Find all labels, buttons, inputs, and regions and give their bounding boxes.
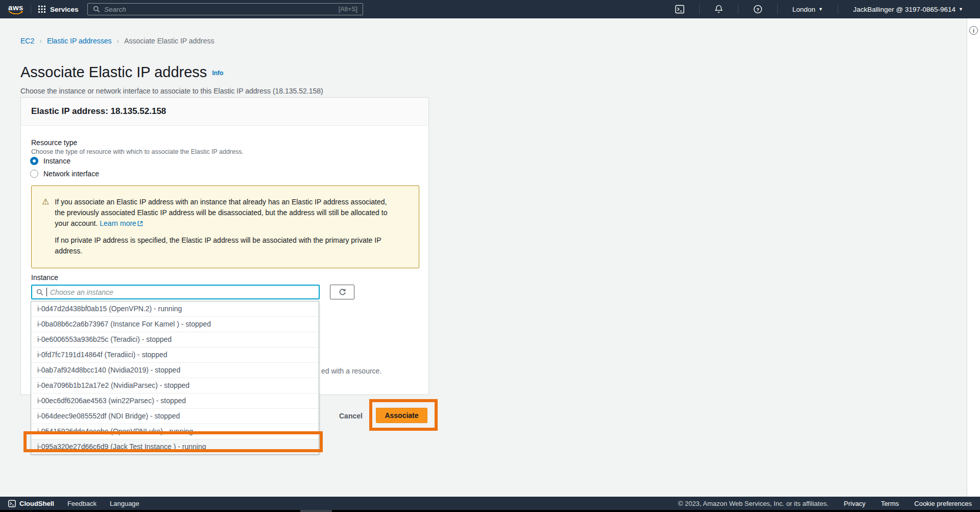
learn-more-link[interactable]: Learn more: [100, 219, 136, 227]
info-link[interactable]: Info: [212, 69, 223, 77]
breadcrumb-link-ec2[interactable]: EC2: [20, 37, 34, 45]
instance-label: Instance: [31, 273, 58, 282]
instance-option[interactable]: i-0d47d2d438bf0ab15 (OpenVPN.2) - runnin…: [31, 301, 319, 316]
page-title: Associate Elastic IP addressInfo: [20, 64, 223, 81]
region-selector[interactable]: London ▼: [785, 0, 831, 18]
nav-divider: [738, 4, 738, 14]
footer-bar: CloudShell Feedback Language © 2023, Ama…: [0, 497, 980, 510]
bottom-edge-segment: [300, 510, 332, 512]
instance-option-jack-test[interactable]: i-095a320e27d66c6d9 (Jack Test Instance …: [31, 439, 319, 454]
notifications-button[interactable]: [707, 0, 731, 18]
warning-paragraph-2: If no private IP address is specified, t…: [55, 235, 397, 257]
cloudshell-icon: [8, 500, 16, 507]
breadcrumb-link-elastic-ip-addresses[interactable]: Elastic IP addresses: [47, 37, 112, 45]
info-icon[interactable]: i: [969, 26, 978, 35]
bell-icon: [714, 5, 723, 14]
nav-divider: [699, 4, 700, 14]
nav-utilities: ? London ▼ JackBallinger @ 3197-0865-961…: [667, 0, 971, 18]
resource-type-label: Resource type: [31, 138, 77, 147]
card-header: Elastic IP address: 18.135.52.158: [21, 98, 428, 126]
refresh-button[interactable]: [330, 285, 354, 299]
cloudshell-terminal-button[interactable]: [667, 0, 692, 18]
help-button[interactable]: ?: [746, 0, 770, 18]
region-label: London: [793, 6, 816, 13]
terminal-icon: [675, 5, 684, 14]
nav-divider: [31, 4, 31, 14]
copyright-text: © 2023, Amazon Web Services, Inc. or its…: [678, 500, 829, 507]
privacy-link[interactable]: Privacy: [844, 500, 866, 507]
aws-logo[interactable]: aws: [8, 4, 23, 15]
chevron-down-icon: ▼: [819, 7, 823, 12]
cookie-preferences-link[interactable]: Cookie preferences: [914, 500, 972, 507]
chevron-down-icon: ▼: [959, 7, 963, 12]
search-icon: [93, 6, 100, 13]
account-label: JackBallinger @ 3197-0865-9614: [853, 6, 955, 13]
aws-smile-icon: [8, 11, 23, 15]
cloudshell-label: CloudShell: [19, 500, 54, 507]
global-search-input[interactable]: [104, 6, 334, 13]
resource-type-description: Choose the type of resource with which t…: [31, 148, 244, 155]
bottom-edge-strip: [0, 510, 980, 512]
top-navigation-bar: aws Services [Alt+S]: [0, 0, 980, 18]
associate-button[interactable]: Associate: [376, 408, 427, 423]
help-icon: ?: [753, 5, 762, 14]
aws-console-screen: aws Services [Alt+S]: [0, 0, 980, 512]
language-button[interactable]: Language: [110, 500, 139, 507]
feedback-button[interactable]: Feedback: [67, 500, 97, 507]
external-link-icon: [137, 221, 143, 226]
warning-icon: ⚠: [42, 197, 49, 268]
breadcrumb-separator: ›: [117, 37, 119, 45]
page-description: Choose the instance or network interface…: [20, 87, 323, 95]
page-title-text: Associate Elastic IP address: [20, 64, 207, 80]
global-search-box[interactable]: [Alt+S]: [87, 3, 363, 15]
app-grid-icon: [38, 6, 45, 13]
terms-link[interactable]: Terms: [881, 500, 899, 507]
breadcrumb: EC2 › Elastic IP addresses › Associate E…: [20, 37, 214, 45]
text-cursor: [46, 288, 47, 296]
aws-logo-text: aws: [8, 4, 23, 11]
cancel-button[interactable]: Cancel: [336, 411, 366, 421]
instance-dropdown: i-0d47d2d438bf0ab15 (OpenVPN.2) - runnin…: [31, 301, 319, 455]
nav-divider: [838, 4, 838, 14]
instance-option[interactable]: i-0ea7096b1b12a17e2 (NvidiaParsec) - sto…: [31, 378, 319, 393]
warning-text: If you associate an Elastic IP address w…: [55, 197, 397, 268]
radio-label: Network interface: [43, 170, 99, 178]
instance-option[interactable]: i-0fd7fc7191d14864f (Teradiici) - stoppe…: [31, 347, 319, 362]
instance-option[interactable]: i-0ab7af924d8bcc140 (Nvidia2019) - stopp…: [31, 362, 319, 378]
search-icon: [36, 289, 43, 296]
instance-combobox[interactable]: [31, 285, 320, 299]
nav-divider: [777, 4, 778, 14]
search-shortcut-hint: [Alt+S]: [339, 6, 357, 13]
services-menu-button[interactable]: Services: [38, 6, 79, 13]
services-label: Services: [50, 6, 79, 13]
hidden-text-fragment: ed with a resource.: [321, 367, 381, 375]
instance-option[interactable]: i-00ec6df6206ae4563 (win22Parsec) - stop…: [31, 393, 319, 408]
instance-option[interactable]: i-0e6006553a936b25c (Teradici) - stopped: [31, 332, 319, 347]
instance-option[interactable]: i-05415926dde4ecebe (OpenVPNLuke) - runn…: [31, 424, 319, 439]
radio-option-instance[interactable]: Instance: [30, 157, 70, 165]
breadcrumb-separator: ›: [39, 37, 42, 45]
refresh-icon: [339, 288, 346, 296]
radio-selected-icon: [30, 157, 38, 165]
radio-unselected-icon: [30, 170, 38, 178]
warning-alert: ⚠ If you associate an Elastic IP address…: [31, 185, 419, 268]
instance-search-input[interactable]: [50, 288, 315, 296]
instance-option[interactable]: i-064deec9e085552df (NDI Bridge) - stopp…: [31, 408, 319, 424]
radio-option-network-interface[interactable]: Network interface: [30, 170, 99, 178]
footer-legal: © 2023, Amazon Web Services, Inc. or its…: [678, 500, 972, 507]
help-panel-rail: i: [967, 18, 980, 497]
breadcrumb-current: Associate Elastic IP address: [124, 37, 214, 45]
radio-label: Instance: [43, 157, 70, 165]
account-menu[interactable]: JackBallinger @ 3197-0865-9614 ▼: [845, 0, 971, 18]
instance-option[interactable]: i-0ba08b6c2a6b73967 (Instance For Kamel …: [31, 316, 319, 332]
cloudshell-button[interactable]: CloudShell: [8, 500, 54, 507]
svg-text:?: ?: [756, 7, 759, 12]
